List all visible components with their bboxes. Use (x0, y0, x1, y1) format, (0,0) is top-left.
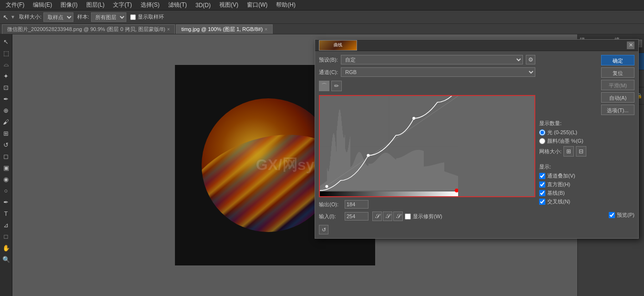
menu-edit[interactable]: 编辑(E) (29, 0, 56, 10)
spot-heal-tool[interactable]: ⊕ (1, 105, 11, 116)
main-area: ↖ ⬚ ⌓ ✦ ⊡ ✒ ⊕ 🖌 ⊞ ↺ ◻ ▣ ◉ ○ ✒ T ⊿ □ ✋ 🔍 … (0, 34, 644, 296)
auto-button[interactable]: 自动(A) (601, 92, 634, 103)
eyedrop-gray-btn[interactable]: 𝒮 (383, 211, 392, 221)
shape-tool[interactable]: □ (1, 231, 11, 242)
eyedropper-buttons: 𝒮 𝒮 𝒮 (372, 211, 403, 221)
preview-checkbox[interactable] (609, 212, 615, 218)
marquee-tool[interactable]: ⬚ (1, 48, 11, 58)
menu-3d[interactable]: 3D(D) (192, 1, 215, 10)
input-input[interactable] (345, 212, 368, 221)
menu-help[interactable]: 帮助(H) (272, 0, 299, 10)
preset-select[interactable]: 自定 (341, 55, 523, 64)
pigment-label: 颜料/油墨 %(G) (547, 137, 583, 145)
sample-select[interactable]: 所有图层 (91, 12, 126, 22)
curve-tools: ⌒ ✏ (319, 80, 535, 92)
move-tool[interactable]: ↖ (1, 36, 11, 47)
curves-dialog: 曲线 ✕ 预设(B): 自定 ⚙ 通道(C): (315, 39, 639, 239)
menu-file[interactable]: 文件(F) (2, 0, 28, 10)
curve-mode-btn[interactable]: ⌒ (319, 81, 329, 91)
eyedropper-tool[interactable]: ✒ (1, 94, 11, 104)
brush-tool[interactable]: 🖌 (1, 116, 11, 127)
grid-large-btn[interactable]: ⊟ (576, 146, 586, 157)
text-tool[interactable]: T (1, 208, 11, 219)
light-radio[interactable] (539, 129, 545, 136)
toolbar-arrow: ↖ ▼ (3, 13, 15, 21)
tab-wechat-image[interactable]: 微信图片_20200528233948.png @ 90.9% (图层 0 拷贝… (2, 24, 175, 34)
curve-canvas-container[interactable] (319, 95, 535, 197)
dialog-buttons: 确定 复位 平滑(M) 自动(A) 选项(T)... (539, 55, 634, 115)
channel-select[interactable]: RGB (341, 67, 535, 77)
show-section: 显示: 通道叠加(V) 直方图(H) 基线(B) (539, 163, 634, 207)
dialog-title: 曲线 (334, 42, 342, 48)
baseline-row: 基线(B) (539, 190, 634, 197)
menu-select[interactable]: 选择(S) (137, 0, 164, 10)
preset-label: 预设(B): (319, 56, 338, 63)
eyedrop-black-btn[interactable]: 𝒮 (372, 211, 382, 221)
dialog-left: 预设(B): 自定 ⚙ 通道(C): RGB ⌒ ✏ (319, 55, 535, 234)
menu-filter[interactable]: 滤镜(T) (164, 0, 191, 10)
eraser-tool[interactable]: ◻ (1, 151, 11, 161)
intersect-label: 交叉线(N) (547, 198, 570, 205)
ok-button[interactable]: 确定 (601, 55, 634, 65)
hand-tool[interactable]: ✋ (1, 243, 11, 253)
blur-tool[interactable]: ◉ (1, 174, 11, 184)
options-button[interactable]: 选项(T)... (601, 105, 634, 115)
tab-timg-close[interactable]: × (265, 27, 267, 32)
dialog-close-button[interactable]: ✕ (627, 42, 634, 49)
smooth-button[interactable]: 平滑(M) (601, 80, 634, 90)
dodge-tool[interactable]: ○ (1, 185, 11, 196)
crop-tool[interactable]: ⊡ (1, 82, 11, 93)
preset-row: 预设(B): 自定 ⚙ (319, 55, 535, 64)
eyedrop-white-btn[interactable]: 𝒮 (393, 211, 403, 221)
dialog-titlebar[interactable]: 曲线 ✕ (315, 40, 638, 51)
zoom-tool[interactable]: 🔍 (1, 254, 11, 264)
curve-canvas[interactable] (320, 96, 458, 196)
preset-gear-button[interactable]: ⚙ (526, 55, 535, 64)
pen-tool[interactable]: ✒ (1, 197, 11, 207)
sample-size-section: 取样大小: 取样点 (19, 12, 73, 22)
menu-text[interactable]: 文字(T) (109, 0, 135, 10)
histogram-checkbox[interactable] (539, 181, 545, 188)
arrow-dropdown[interactable]: ▼ (10, 14, 15, 20)
history-tool[interactable]: ↺ (1, 139, 11, 150)
dialog-right: 确定 复位 平滑(M) 自动(A) 选项(T)... 显示数量: 光 (0-25… (539, 55, 634, 234)
menu-window[interactable]: 窗口(W) (243, 0, 271, 10)
show-header: 显示: (539, 163, 634, 170)
path-tool[interactable]: ⊿ (1, 220, 11, 230)
baseline-label: 基线(B) (547, 190, 565, 197)
gradient-tool[interactable]: ▣ (1, 162, 11, 173)
arrow-tool-icon[interactable]: ↖ (3, 13, 9, 21)
pigment-radio-row: 颜料/油墨 %(G) (539, 137, 634, 145)
menu-image[interactable]: 图像(I) (57, 0, 81, 10)
grid-small-btn[interactable]: ⊞ (563, 146, 574, 157)
histogram-label: 直方图(H) (547, 181, 570, 188)
pencil-mode-btn[interactable]: ✏ (331, 81, 342, 91)
magic-wand-tool[interactable]: ✦ (1, 71, 11, 81)
menu-bar: 文件(F) 编辑(E) 图像(I) 图层(L) 文字(T) 选择(S) 滤镜(T… (0, 0, 644, 11)
sample-label: 样本: (77, 13, 89, 21)
channel-label: 通道(C): (319, 69, 338, 76)
pigment-radio[interactable] (539, 138, 545, 144)
cycle-btn[interactable]: ↺ (319, 225, 328, 234)
clip-checkbox[interactable] (405, 213, 411, 220)
lasso-tool[interactable]: ⌓ (1, 59, 11, 70)
dialog-content: 预设(B): 自定 ⚙ 通道(C): RGB ⌒ ✏ (315, 51, 638, 238)
show-ring-section: 显示取样环 (130, 13, 164, 21)
output-input[interactable] (345, 200, 368, 209)
tab-wechat-close[interactable]: × (167, 27, 170, 32)
intersect-checkbox[interactable] (539, 199, 545, 205)
reset-button[interactable]: 复位 (601, 67, 634, 78)
preview-label: 预览(P) (617, 211, 634, 219)
show-ring-checkbox[interactable] (130, 14, 136, 20)
light-label: 光 (0-255)(L) (547, 129, 577, 136)
tab-timg[interactable]: timg.jpg @ 100% (图层 1, RGB/8#) × (176, 24, 273, 34)
baseline-checkbox[interactable] (539, 190, 545, 196)
stamp-tool[interactable]: ⊞ (1, 128, 11, 138)
sample-size-select[interactable]: 取样点 (43, 12, 73, 22)
tabs-bar: 微信图片_20200528233948.png @ 90.9% (图层 0 拷贝… (0, 24, 644, 34)
dialog-game-thumb: 曲线 (319, 40, 357, 51)
menu-layer[interactable]: 图层(L) (82, 0, 109, 10)
channel-overlay-checkbox[interactable] (539, 173, 545, 179)
menu-view[interactable]: 视图(V) (215, 0, 242, 10)
grid-size-label: 网格大小: (539, 148, 562, 155)
